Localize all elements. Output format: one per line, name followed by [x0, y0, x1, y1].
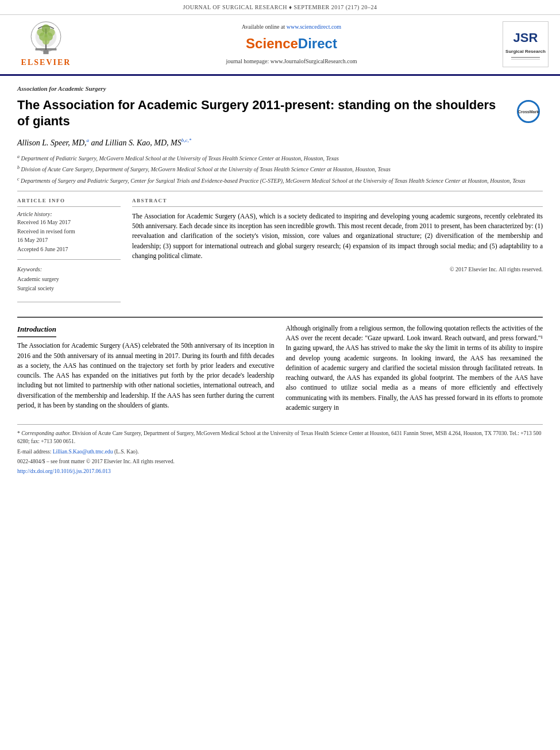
section-label: Association for Academic Surgery: [17, 84, 543, 94]
article-info-column: ARTICLE INFO Article history: Received 1…: [17, 197, 121, 308]
divider-1: [17, 191, 543, 191]
divider-end-info: [17, 302, 121, 302]
article-title-section: The Association for Academic Surgery 201…: [17, 97, 543, 130]
divider-keywords: [17, 259, 121, 260]
corresponding-author: * Corresponding author. Division of Acut…: [17, 429, 543, 446]
footnote-area: * Corresponding author. Division of Acut…: [17, 424, 543, 475]
article-info-heading: ARTICLE INFO: [17, 197, 121, 207]
abstract-text: The Association for Academic Surgery (AA…: [132, 211, 543, 261]
article-history-label: Article history:: [17, 210, 121, 219]
doi-link[interactable]: http://dx.doi.org/10.1016/j.jss.2017.06.…: [17, 468, 111, 474]
authors-line: Allison L. Speer, MD,a and Lillian S. Ka…: [17, 137, 543, 149]
author1-name: Allison L. Speer, MD,: [17, 139, 87, 147]
copyright-notice: © 2017 Elsevier Inc. All rights reserved…: [132, 266, 543, 274]
elsevier-wordmark: ELSEVIER: [21, 57, 71, 68]
affiliation-a: a Department of Pediatric Surgery, McGov…: [17, 153, 543, 163]
intro-col1-text: The Association for Academic Surgery (AA…: [17, 341, 275, 410]
affiliations: a Department of Pediatric Surgery, McGov…: [17, 153, 543, 185]
corresponding-label: * Corresponding author.: [17, 430, 71, 436]
svg-rect-0: [43, 49, 48, 53]
received-date: Received 16 May 2017: [17, 218, 121, 227]
svg-point-10: [43, 37, 50, 44]
jsr-decoration: [511, 57, 540, 58]
email-label: E-mail address:: [17, 449, 51, 455]
author1-affiliation: a: [87, 137, 90, 143]
email-link[interactable]: Lillian.S.Kao@uth.tmc.edu: [53, 449, 113, 455]
journal-logo-section: ELSEVIER Available online at www.science…: [0, 15, 560, 76]
keyword-2: Surgical society: [17, 284, 121, 293]
crossmark-badge[interactable]: CrossMark: [514, 97, 543, 126]
article-meta-layout: ARTICLE INFO Article history: Received 1…: [17, 197, 543, 308]
jsr-letters: JSR: [513, 29, 538, 47]
affiliation-b: b Division of Acute Care Surgery, Depart…: [17, 164, 543, 174]
history-entries: Received 16 May 2017 Received in revised…: [17, 218, 121, 253]
doi-line: http://dx.doi.org/10.1016/j.jss.2017.06.…: [17, 467, 543, 475]
sciencedirect-logo: ScienceDirect: [80, 34, 503, 54]
body-columns: Introduction The Association for Academi…: [17, 324, 543, 413]
accepted-date: Accepted 6 June 2017: [17, 245, 121, 254]
abstract-section: ABSTRACT The Association for Academic Su…: [132, 197, 543, 308]
available-online-text: Available online at www.sciencedirect.co…: [80, 23, 503, 32]
keywords-label: Keywords:: [17, 266, 121, 274]
affiliation-c: c Departments of Surgery and Pediatric S…: [17, 176, 543, 185]
article-title: The Association for Academic Surgery 201…: [17, 97, 505, 130]
author-and: and Lillian S. Kao, MD, MS: [91, 139, 181, 147]
body-col-right: Although originally from a religious ser…: [286, 324, 543, 413]
received-revised-label: Received in revised form: [17, 228, 121, 236]
crossmark-label: CrossMark: [518, 110, 539, 114]
journal-center-info: Available online at www.sciencedirect.co…: [80, 23, 503, 66]
issn-line: 0022-4804/$ – see front matter © 2017 El…: [17, 457, 543, 466]
body-col-left: Introduction The Association for Academi…: [17, 324, 275, 413]
article-history: Article history: Received 16 May 2017 Re…: [17, 210, 121, 254]
corresponding-text: Division of Acute Care Surgery, Departme…: [17, 430, 541, 444]
journal-header-text: JOURNAL OF SURGICAL RESEARCH ♦ SEPTEMBER…: [183, 4, 377, 10]
main-content: Association for Academic Surgery The Ass…: [0, 76, 560, 486]
abstract-heading: ABSTRACT: [132, 197, 543, 207]
keyword-1: Academic surgery: [17, 275, 121, 284]
jsr-logo: JSR Surgical Research: [503, 21, 549, 67]
intro-col2-text: Although originally from a religious ser…: [286, 324, 543, 413]
crossmark-icon: CrossMark: [517, 100, 540, 123]
journal-homepage-text: journal homepage: www.JournalofSurgicalR…: [80, 57, 503, 66]
email-line: E-mail address: Lillian.S.Kao@uth.tmc.ed…: [17, 448, 543, 456]
divider-body: [17, 317, 543, 318]
jsr-subtitle: Surgical Research: [505, 48, 546, 55]
sciencedirect-link[interactable]: www.sciencedirect.com: [287, 24, 341, 30]
author2-affiliation: b,c,*: [181, 137, 192, 143]
elsevier-tree-icon: [23, 21, 69, 55]
keywords-section: Keywords: Academic surgery Surgical soci…: [17, 266, 121, 293]
intro-heading: Introduction: [17, 324, 56, 338]
received-revised-date: 16 May 2017: [17, 236, 121, 245]
journal-header-bar: JOURNAL OF SURGICAL RESEARCH ♦ SEPTEMBER…: [0, 0, 560, 15]
jsr-decoration2: [511, 59, 540, 60]
email-suffix: (L.S. Kao).: [114, 449, 139, 455]
elsevier-logo: ELSEVIER: [11, 21, 80, 68]
